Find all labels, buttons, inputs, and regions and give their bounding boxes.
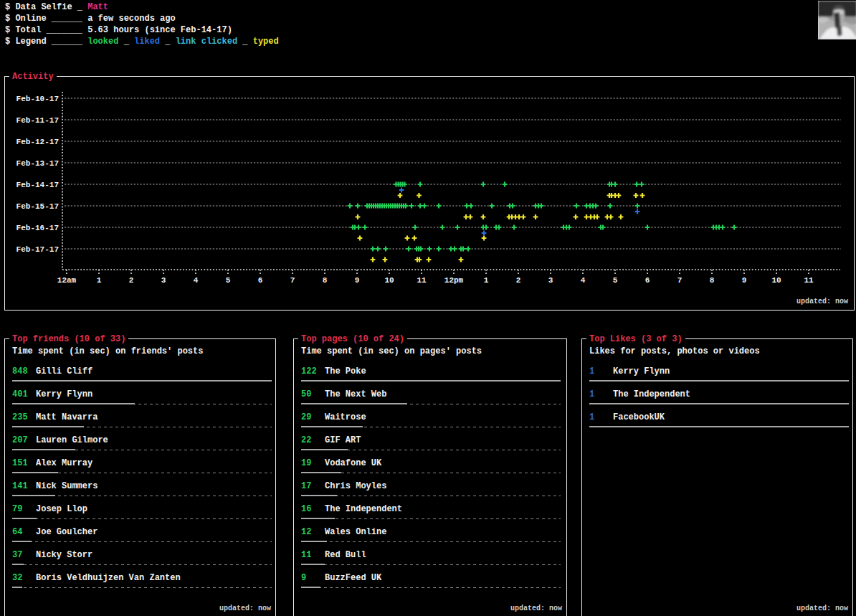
svg-text:1: 1: [97, 276, 102, 285]
svg-text:12am: 12am: [57, 276, 77, 285]
svg-text:Feb-11-17: Feb-11-17: [16, 116, 59, 125]
svg-text:10: 10: [771, 276, 781, 285]
svg-text:5: 5: [226, 276, 231, 285]
svg-text:Feb-10-17: Feb-10-17: [16, 95, 59, 103]
svg-text:9: 9: [742, 276, 747, 285]
svg-text:Feb-16-17: Feb-16-17: [16, 224, 59, 232]
svg-text:12pm: 12pm: [444, 276, 464, 285]
svg-text:1: 1: [484, 276, 489, 285]
svg-text:11: 11: [804, 276, 814, 285]
svg-text:7: 7: [677, 276, 683, 285]
svg-text:8: 8: [323, 276, 328, 285]
svg-text:Feb-15-17: Feb-15-17: [16, 202, 59, 211]
svg-text:7: 7: [290, 276, 295, 285]
svg-text:8: 8: [710, 276, 715, 285]
svg-text:5: 5: [613, 276, 618, 285]
svg-text:10: 10: [384, 276, 394, 285]
svg-text:Feb-14-17: Feb-14-17: [16, 181, 59, 189]
svg-text:3: 3: [161, 276, 166, 285]
svg-text:4: 4: [581, 276, 586, 285]
svg-text:Feb-17-17: Feb-17-17: [16, 245, 59, 254]
svg-text:9: 9: [355, 276, 360, 285]
svg-text:2: 2: [129, 276, 134, 285]
svg-text:6: 6: [645, 276, 650, 285]
svg-text:Feb-13-17: Feb-13-17: [16, 159, 59, 168]
svg-text:updated: now: updated: now: [796, 298, 848, 305]
svg-text:Feb-12-17: Feb-12-17: [16, 138, 59, 146]
svg-text:3: 3: [548, 276, 553, 285]
svg-text:11: 11: [417, 276, 427, 285]
svg-text:6: 6: [258, 276, 263, 285]
svg-text:2: 2: [516, 276, 521, 285]
svg-text:4: 4: [194, 276, 199, 285]
